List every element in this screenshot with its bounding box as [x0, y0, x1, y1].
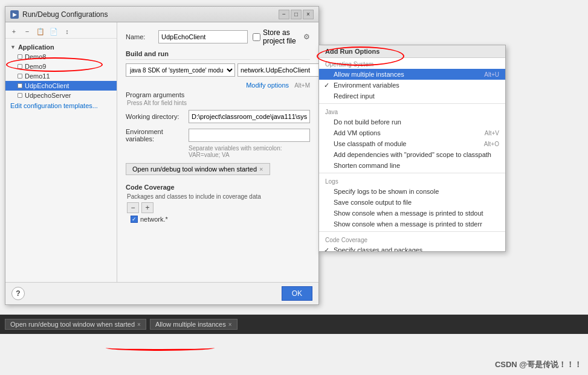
ok-button[interactable]: OK	[282, 286, 312, 301]
chevron-down-icon: ▼	[10, 44, 16, 50]
edit-templates-link[interactable]: Edit configuration templates...	[5, 98, 103, 113]
gear-icon[interactable]: ⚙	[303, 33, 310, 41]
dropdown-item-allow-multiple[interactable]: Allow multiple instances Alt+U	[319, 69, 505, 80]
sidebar-item-demo11[interactable]: Demo11	[5, 71, 117, 81]
coverage-item: network.*	[131, 216, 310, 223]
env-vars-input[interactable]	[189, 129, 310, 142]
env-hint: Separate variables with semicolon: VAR=v…	[126, 145, 310, 158]
dropdown-divider-coverage	[319, 231, 505, 232]
sidebar-toolbar: + − 📋 📄 ↕	[5, 25, 117, 39]
dropdown-item-classpath-module[interactable]: Use classpath of module Alt+O	[319, 138, 505, 149]
store-as-project-checkbox[interactable]	[253, 33, 260, 41]
dropdown-section-coverage: Code Coverage	[319, 234, 505, 245]
coverage-checkbox[interactable]	[131, 216, 138, 223]
dropdown-item-label: Specify classes and packages	[334, 246, 422, 251]
dropdown-item-label: Add VM options	[334, 129, 381, 136]
hint-text: Press Alt for field hints	[126, 100, 310, 106]
dropdown-divider-java	[319, 103, 505, 104]
dropdown-item-label: Shorten command line	[334, 162, 400, 169]
open-tool-close-icon[interactable]: ×	[259, 165, 263, 173]
dropdown-item-specify-logs[interactable]: Specify logs to be shown in console	[319, 186, 505, 197]
dropdown-item-label: Save console output to file	[334, 199, 412, 206]
minimize-button[interactable]: −	[279, 10, 289, 19]
sort-config-button[interactable]: ↕	[61, 26, 73, 37]
run-debug-dialog: ▶ Run/Debug Configurations − □ × + − 📋 📄…	[5, 6, 319, 305]
dialog-title: Run/Debug Configurations	[22, 10, 108, 19]
dropdown-scroll-area: Operating System Allow multiple instance…	[319, 58, 505, 251]
item-icon-demo8	[18, 54, 22, 59]
dropdown-item-redirect-input[interactable]: Redirect input	[319, 91, 505, 101]
name-label: Name:	[126, 33, 153, 40]
store-as-project-label: Store as project file	[263, 28, 301, 45]
working-dir-row: Working directory:	[126, 110, 310, 123]
sidebar-group-application[interactable]: ▼ Application	[5, 42, 117, 52]
dropdown-shortcut: Alt+V	[485, 130, 499, 136]
dropdown-item-save-console[interactable]: Save console output to file	[319, 197, 505, 208]
maximize-button[interactable]: □	[291, 10, 302, 19]
dropdown-section-java: Java	[319, 106, 505, 117]
dropdown-item-label: Environment variables	[334, 82, 399, 89]
dropdown-item-env-vars[interactable]: ✓ Environment variables	[319, 80, 505, 91]
dropdown-item-add-deps[interactable]: Add dependencies with "provided" scope t…	[319, 149, 505, 160]
dropdown-section-logs: Logs	[319, 175, 505, 186]
name-input[interactable]	[158, 30, 248, 43]
name-row: Name: Store as project file ⚙	[126, 28, 310, 45]
open-tool-button[interactable]: Open run/debug tool window when started …	[126, 163, 270, 175]
item-icon-udpechoclient	[18, 83, 22, 88]
working-dir-input[interactable]	[189, 110, 310, 123]
copy-config-button[interactable]: 📋	[34, 26, 47, 37]
bottom-tag-close-icon[interactable]: ×	[228, 321, 232, 328]
dialog-body: + − 📋 📄 ↕ ▼ Application Demo8 Demo9	[5, 22, 318, 282]
dropdown-item-no-build[interactable]: Do not build before run	[319, 117, 505, 127]
bottom-tag-label: Allow multiple instances	[155, 321, 226, 328]
program-args-row: Program arguments	[126, 91, 310, 98]
dropdown-header: Add Run Options	[319, 45, 505, 58]
main-content: Name: Store as project file ⚙ Build and …	[117, 22, 318, 282]
bottom-tag-allow-multiple: Allow multiple instances ×	[150, 319, 237, 330]
dropdown-item-label: Specify logs to be shown in console	[334, 188, 439, 195]
save-config-button[interactable]: 📄	[48, 26, 60, 37]
add-config-button[interactable]: +	[8, 26, 20, 37]
dropdown-item-label: Use classpath of module	[334, 140, 406, 147]
close-button[interactable]: ×	[303, 10, 314, 19]
store-as-project-row: Store as project file ⚙	[253, 28, 310, 45]
dropdown-item-specify-classes[interactable]: ✓ Specify classes and packages	[319, 245, 505, 251]
coverage-toolbar: − +	[126, 202, 310, 213]
modify-options-link[interactable]: Modify options Alt+M	[246, 82, 310, 89]
build-run-title: Build and run	[126, 50, 310, 60]
sidebar-item-demo8[interactable]: Demo8	[5, 52, 117, 62]
check-icon: ✓	[324, 82, 329, 89]
check-icon: ✓	[324, 246, 329, 252]
dropdown-item-label: Do not build before run	[334, 118, 401, 126]
titlebar-buttons: − □ ×	[279, 10, 314, 19]
item-icon-demo9	[18, 64, 22, 69]
build-run-row: java 8 SDK of 'system_code' modu	[126, 63, 310, 77]
bottom-tag-close-icon[interactable]: ×	[137, 321, 141, 328]
dropdown-item-label: Allow multiple instances	[334, 71, 404, 78]
dialog-icon: ▶	[10, 10, 19, 19]
dropdown-item-vm-options[interactable]: Add VM options Alt+V	[319, 127, 505, 138]
working-dir-label: Working directory:	[126, 113, 186, 120]
sidebar-item-udpechoclient[interactable]: UdpEchoClient	[5, 81, 117, 91]
dropdown-panel: Add Run Options Operating System Allow m…	[318, 45, 506, 252]
dropdown-item-shorten-cmdline[interactable]: Shorten command line	[319, 160, 505, 171]
sidebar: + − 📋 📄 ↕ ▼ Application Demo8 Demo9	[5, 22, 117, 282]
dialog-titlebar: ▶ Run/Debug Configurations − □ ×	[5, 7, 318, 22]
sidebar-section: ▼ Application Demo8 Demo9 Demo11 U	[5, 41, 117, 101]
help-button[interactable]: ?	[11, 287, 25, 300]
sidebar-item-demo9[interactable]: Demo9	[5, 62, 117, 71]
bottom-tag-open-tool: Open run/debug tool window when started …	[5, 319, 146, 330]
main-class-input[interactable]	[237, 63, 318, 77]
dropdown-item-show-stderr[interactable]: Show console when a message is printed t…	[319, 219, 505, 229]
dropdown-item-show-stdout[interactable]: Show console when a message is printed t…	[319, 208, 505, 219]
dropdown-item-label: Show console when a message is printed t…	[334, 220, 482, 228]
coverage-list: network.*	[126, 216, 310, 223]
dropdown-item-label: Add dependencies with "provided" scope t…	[334, 151, 491, 158]
remove-config-button[interactable]: −	[21, 26, 33, 37]
item-icon-udpechoserver	[18, 93, 22, 98]
java-sdk-select[interactable]: java 8 SDK of 'system_code' modu	[126, 63, 235, 77]
coverage-minus-button[interactable]: −	[127, 202, 139, 213]
coverage-section: Code Coverage Packages and classes to in…	[126, 184, 310, 223]
coverage-plus-button[interactable]: +	[141, 202, 153, 213]
dropdown-shortcut: Alt+O	[484, 141, 499, 147]
